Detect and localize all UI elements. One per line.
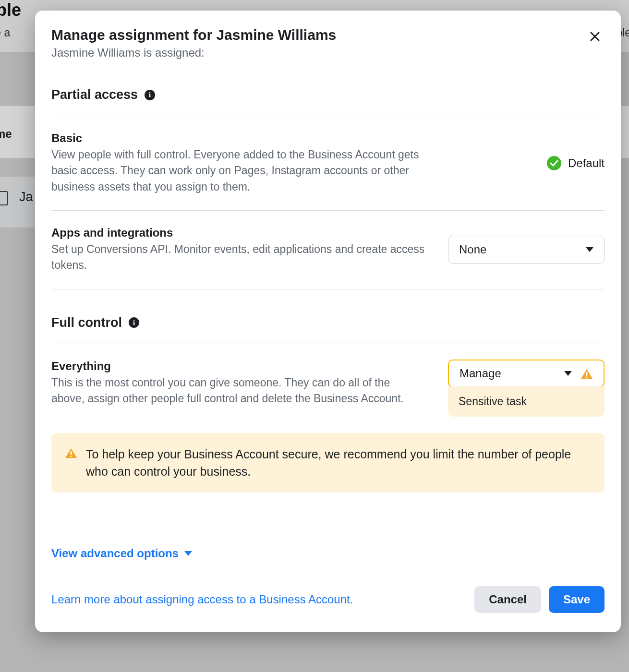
security-banner-text: To help keep your Business Account secur…: [86, 445, 591, 480]
select-icons: [564, 368, 593, 379]
modal-header-text: Manage assignment for Jasmine Williams J…: [51, 27, 336, 60]
cancel-button[interactable]: Cancel: [474, 586, 541, 613]
default-label: Default: [568, 156, 605, 170]
svg-rect-2: [71, 451, 72, 455]
svg-rect-3: [71, 456, 72, 457]
svg-rect-1: [586, 376, 588, 378]
save-button[interactable]: Save: [549, 586, 605, 613]
modal-footer: Learn more about assigning access to a B…: [51, 586, 605, 613]
modal-header: Manage assignment for Jasmine Williams J…: [51, 27, 605, 60]
partial-access-label: Partial access: [51, 87, 138, 102]
svg-rect-0: [586, 372, 588, 376]
everything-access-desc: This is the most control you can give so…: [51, 375, 426, 407]
info-icon[interactable]: i: [145, 90, 155, 100]
sensitive-task-badge: Sensitive task: [448, 386, 605, 417]
full-control-section-title: Full control i: [51, 315, 605, 344]
default-badge: Default: [547, 156, 605, 170]
apps-select[interactable]: None: [448, 236, 605, 264]
modal-subtitle: Jasmine Williams is assigned:: [51, 46, 336, 60]
basic-access-row: Basic View people with full control. Eve…: [51, 116, 605, 211]
chevron-down-icon: [184, 551, 192, 556]
apps-access-row: Apps and integrations Set up Conversions…: [51, 211, 605, 289]
view-advanced-options[interactable]: View advanced options: [51, 547, 192, 560]
warning-icon: [581, 368, 593, 379]
apps-access-text: Apps and integrations Set up Conversions…: [51, 226, 429, 274]
sensitive-task-label: Sensitive task: [459, 395, 527, 408]
chevron-down-icon: [586, 247, 593, 252]
full-control-label: Full control: [51, 315, 122, 330]
everything-access-text: Everything This is the most control you …: [51, 360, 429, 407]
everything-access-row: Everything This is the most control you …: [51, 344, 605, 417]
modal-title: Manage assignment for Jasmine Williams: [51, 27, 336, 43]
close-icon: [589, 31, 601, 42]
everything-select[interactable]: Manage: [448, 360, 605, 387]
basic-access-name: Basic: [51, 132, 528, 145]
basic-access-desc: View people with full control. Everyone …: [51, 147, 426, 195]
apps-select-value: None: [459, 243, 486, 256]
partial-access-section-title: Partial access i: [51, 87, 605, 116]
check-icon: [547, 156, 561, 170]
everything-select-wrap: Manage Sensitive task: [448, 360, 605, 417]
everything-access-name: Everything: [51, 360, 429, 373]
apps-select-wrap: None: [448, 236, 605, 264]
apps-access-name: Apps and integrations: [51, 226, 429, 240]
apps-access-desc: Set up Conversions API. Monitor events, …: [51, 241, 426, 274]
chevron-down-icon: [564, 371, 572, 376]
divider: [51, 509, 605, 509]
warning-icon: [65, 447, 77, 458]
everything-select-value: Manage: [460, 367, 501, 380]
advanced-options-label: View advanced options: [51, 547, 179, 560]
learn-more-link[interactable]: Learn more about assigning access to a B…: [51, 593, 353, 606]
manage-assignment-modal: Manage assignment for Jasmine Williams J…: [35, 11, 621, 632]
basic-access-text: Basic View people with full control. Eve…: [51, 132, 528, 195]
info-icon[interactable]: i: [129, 317, 139, 328]
footer-buttons: Cancel Save: [474, 586, 605, 613]
close-button[interactable]: [585, 27, 605, 46]
security-banner: To help keep your Business Account secur…: [51, 433, 605, 493]
